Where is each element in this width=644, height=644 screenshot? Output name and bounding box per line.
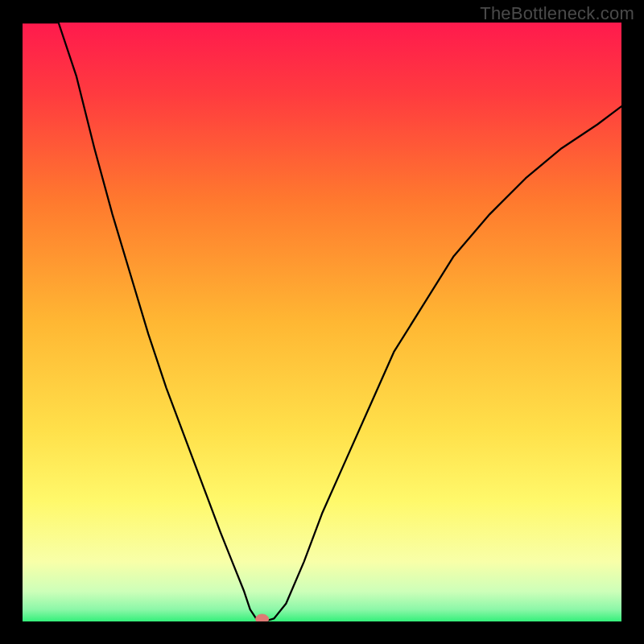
optimal-point-marker bbox=[256, 614, 269, 621]
gradient-background bbox=[23, 23, 621, 621]
bottleneck-chart bbox=[23, 23, 621, 621]
chart-frame: TheBottleneck.com bbox=[0, 0, 644, 644]
watermark-text: TheBottleneck.com bbox=[480, 3, 634, 24]
